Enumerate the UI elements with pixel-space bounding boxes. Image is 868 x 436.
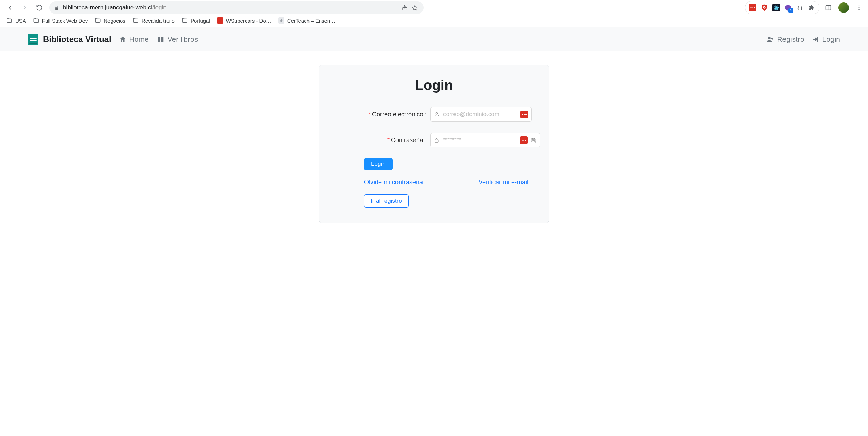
bookmark-label: Negocios: [104, 18, 126, 24]
login-submit-button[interactable]: Login: [364, 158, 393, 170]
forgot-password-link[interactable]: Olvidé mi contraseña: [364, 179, 423, 186]
reload-button[interactable]: [33, 2, 45, 14]
bookmark-item[interactable]: WSupercars - Do…: [217, 17, 271, 24]
bookmark-label: Reválida título: [142, 18, 175, 24]
svg-point-9: [859, 7, 860, 8]
ext-lastpass-icon[interactable]: [749, 4, 756, 11]
login-card: Login *Correo electrónico : *Contraseña …: [319, 65, 549, 223]
svg-point-8: [859, 5, 860, 6]
password-manager-icon[interactable]: [520, 111, 528, 118]
verify-email-link[interactable]: Verificar mi e-mail: [479, 179, 528, 186]
app-header: Biblioteca Virtual Home Ver libros Regis…: [0, 27, 868, 51]
login-title: Login: [340, 78, 528, 93]
url-text: biblioteca-mern.juancgalue-web.cl/login: [63, 4, 400, 11]
ext-react-devtools-icon[interactable]: [772, 4, 780, 11]
share-icon[interactable]: [400, 3, 410, 13]
eye-off-icon[interactable]: [530, 137, 537, 143]
sidepanel-icon[interactable]: [822, 1, 835, 14]
bookmark-label: USA: [15, 18, 26, 24]
nav-home[interactable]: Home: [119, 35, 149, 43]
svg-rect-13: [435, 140, 438, 142]
svg-point-2: [776, 7, 777, 8]
brand-logo-icon: [28, 34, 38, 45]
svg-point-10: [859, 9, 860, 10]
bookmark-item[interactable]: Full Stack Web Dev: [33, 17, 88, 24]
nav-registro[interactable]: Registro: [766, 35, 804, 43]
svg-point-11: [768, 37, 771, 39]
star-icon[interactable]: [410, 3, 419, 13]
password-row: *Contraseña :: [340, 133, 528, 147]
email-label: *Correo electrónico :: [340, 111, 430, 118]
login-arrow-icon: [812, 35, 820, 43]
bookmark-label: Portugal: [191, 18, 210, 24]
form-actions: Login Olvidé mi contraseña Verificar mi …: [340, 158, 528, 208]
home-icon: [119, 35, 127, 43]
user-icon: [434, 112, 440, 117]
bookmark-item[interactable]: USA: [6, 17, 26, 24]
ext-puzzle-icon[interactable]: [808, 4, 815, 11]
email-input[interactable]: [442, 111, 517, 118]
profile-avatar[interactable]: [837, 1, 850, 14]
user-plus-icon: [766, 35, 774, 43]
bookmark-item[interactable]: CerTeach – Enseñ…: [278, 17, 335, 24]
nav-login-label: Login: [822, 35, 840, 43]
go-register-button[interactable]: Ir al registro: [364, 194, 409, 208]
bookmark-label: CerTeach – Enseñ…: [287, 18, 335, 24]
bookmark-label: WSupercars - Do…: [226, 18, 271, 24]
kebab-menu-icon[interactable]: [853, 1, 865, 14]
ext-json-icon[interactable]: {·}: [796, 4, 804, 11]
page-body: Login *Correo electrónico : *Contraseña …: [0, 51, 868, 223]
email-input-wrap: [430, 107, 532, 122]
bookmark-label: Full Stack Web Dev: [42, 18, 88, 24]
svg-point-12: [436, 113, 437, 114]
address-bar[interactable]: biblioteca-mern.juancgalue-web.cl/login: [49, 1, 424, 14]
bookmarks-bar: USAFull Stack Web DevNegociosReválida tí…: [0, 15, 868, 27]
ext-ublock-icon[interactable]: [761, 4, 768, 11]
nav-ver-libros-label: Ver libros: [168, 35, 198, 43]
bookmark-item[interactable]: Negocios: [95, 17, 126, 24]
browser-nav-bar: biblioteca-mern.juancgalue-web.cl/login: [0, 0, 868, 15]
bookmark-item[interactable]: Portugal: [182, 17, 210, 24]
password-label: *Contraseña :: [340, 137, 430, 144]
password-manager-icon[interactable]: [520, 136, 528, 144]
password-input-wrap: [430, 133, 540, 147]
nav-ver-libros[interactable]: Ver libros: [156, 35, 198, 43]
svg-rect-6: [826, 5, 831, 10]
password-input[interactable]: [442, 136, 517, 144]
back-button[interactable]: [4, 2, 16, 14]
lock-icon: [54, 5, 59, 10]
bookmark-item[interactable]: Reválida título: [132, 17, 175, 24]
forward-button[interactable]: [19, 2, 31, 14]
ext-badge: 6: [788, 8, 793, 13]
books-icon: [156, 35, 165, 43]
lock-icon: [434, 138, 439, 143]
email-row: *Correo electrónico :: [340, 107, 528, 122]
nav-login[interactable]: Login: [812, 35, 840, 43]
brand-title: Biblioteca Virtual: [43, 34, 111, 44]
nav-registro-label: Registro: [777, 35, 804, 43]
ext-redux-icon[interactable]: 6: [784, 4, 792, 11]
extensions-pill: 6 {·}: [745, 1, 819, 14]
brand[interactable]: Biblioteca Virtual: [28, 34, 111, 45]
nav-home-label: Home: [129, 35, 149, 43]
